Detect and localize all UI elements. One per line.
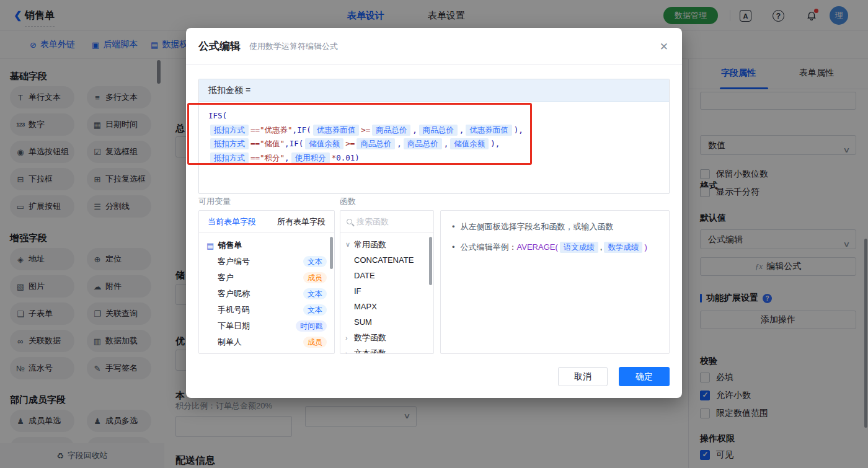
field-row[interactable]: 手机号码 文本 [199,302,334,318]
field-type-badge: 文本 [303,304,327,316]
field-type-badge: 文本 [303,288,327,299]
search-input[interactable] [356,217,425,226]
field-name: 客户昵称 [218,288,250,299]
confirm-button[interactable]: 确定 [619,367,670,386]
field-name: 客户 [218,272,234,283]
modal-header: 公式编辑 使用数学运算符编辑公式 ✕ [186,28,682,65]
help-tip-text: 从左侧面板选择字段名和函数，或输入函数 [461,221,614,233]
bullet-icon: • [452,241,455,254]
formula-line: 抵扣方式=="优惠券",IF(优惠券面值>=商品总价,商品总价,优惠券面值), [208,123,660,137]
help-panel: • 从左侧面板选择字段名和函数，或输入函数 • 公式编辑举例：AVERAGE(语… [440,210,670,354]
variables-panel: 当前表单字段 所有表单字段 ▤ 销售单 客户编号 文本 客户 成员 客户昵称 文… [198,210,335,354]
functions-scrollbar[interactable] [429,237,432,285]
field-row[interactable]: 下单日期 时间戳 [199,318,334,334]
function-group-label: 文本函数 [354,348,386,355]
form-tree-node[interactable]: ▤ 销售单 [199,237,334,254]
tab-all-form-fields[interactable]: 所有表单字段 [277,216,326,227]
field-name: 制单人 [218,337,242,348]
field-row[interactable]: 客户昵称 文本 [199,286,334,302]
modal-title: 公式编辑 [198,39,241,53]
formula-line: 抵扣方式=="储值",IF(储值余额>=商品总价,商品总价,储值余额), [208,136,660,151]
chevron-right-icon: › [345,350,351,355]
function-item[interactable]: DATE [340,268,433,283]
bullet-icon: • [452,221,455,233]
field-type-badge: 时间戳 [296,320,327,332]
search-icon [347,219,352,224]
function-item[interactable]: IF [340,283,433,299]
form-node-name: 销售单 [218,240,242,251]
function-search[interactable] [340,211,433,233]
formula-editor[interactable]: 抵扣金额 = IFS( 抵扣方式=="优惠券",IF(优惠券面值>=商品总价,商… [198,79,670,194]
function-group-label: 常用函数 [354,239,386,250]
formula-target: 抵扣金额 = [199,79,669,102]
chevron-right-icon: › [345,334,351,342]
functions-label: 函数 [340,196,356,207]
formula-body[interactable]: IFS( 抵扣方式=="优惠券",IF(优惠券面值>=商品总价,商品总价,优惠券… [199,102,669,171]
modal-subtitle: 使用数学运算符编辑公式 [249,41,338,52]
example-formula: AVERAGE(语文成绩,数学成绩) [517,242,647,252]
function-group-common[interactable]: ∨ 常用函数 [340,237,433,252]
close-icon[interactable]: ✕ [660,40,668,53]
function-item[interactable]: SUM [340,314,433,330]
chevron-down-icon: ∨ [345,241,351,249]
example-prefix: 公式编辑举例： [461,242,517,252]
help-example: • 公式编辑举例：AVERAGE(语文成绩,数学成绩) [452,241,658,254]
variables-scrollbar[interactable] [330,237,333,269]
variables-tabs: 当前表单字段 所有表单字段 [199,211,334,233]
app-window: ❮ 销售单 表单设计 表单设置 数据管理 A ? 理 ⊘ 表单外链 ▣ 后端脚本… [0,0,868,468]
function-list: ∨ 常用函数 CONCATENATE DATE IF MAPX SUM › 数学… [340,233,433,354]
field-row[interactable]: 客户编号 文本 [199,254,334,270]
field-name: 客户编号 [218,256,250,267]
function-group-math[interactable]: › 数学函数 [340,330,433,345]
field-type-badge: 成员 [303,337,327,348]
formula-line: 抵扣方式=="积分",使用积分*0.01) [208,151,660,165]
formula-line: IFS( [208,108,660,123]
variables-label: 可用变量 [198,196,231,207]
document-icon: ▤ [206,241,214,250]
field-type-badge: 文本 [303,256,327,267]
function-item[interactable]: MAPX [340,299,433,314]
function-group-text[interactable]: › 文本函数 [340,345,433,354]
cancel-button[interactable]: 取消 [558,367,608,386]
function-item[interactable]: CONCATENATE [340,252,433,268]
tab-current-form-fields[interactable]: 当前表单字段 [208,216,256,227]
field-name: 下单日期 [218,320,250,332]
field-type-badge: 成员 [303,272,327,283]
functions-panel: ∨ 常用函数 CONCATENATE DATE IF MAPX SUM › 数学… [340,210,434,354]
help-tip: • 从左侧面板选择字段名和函数，或输入函数 [452,221,658,233]
field-row[interactable]: 客户 成员 [199,270,334,286]
field-row[interactable]: 制单人 成员 [199,334,334,350]
field-name: 手机号码 [218,304,250,316]
function-group-label: 数学函数 [354,332,386,343]
formula-edit-modal: 公式编辑 使用数学运算符编辑公式 ✕ 抵扣金额 = IFS( 抵扣方式=="优惠… [186,28,682,398]
